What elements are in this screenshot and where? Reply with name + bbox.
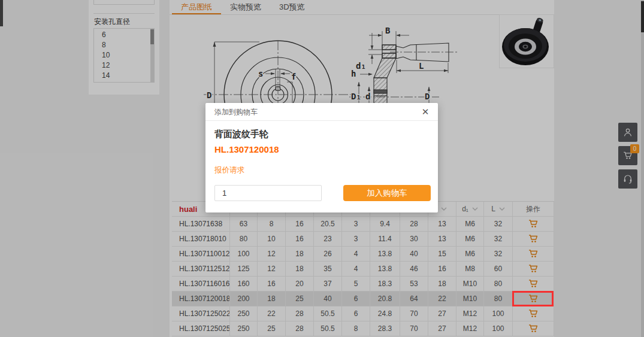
- quote-request-link[interactable]: 报价请求: [214, 165, 244, 175]
- close-icon: ✕: [422, 107, 430, 117]
- modal-header-title: 添加到购物车: [214, 108, 258, 116]
- quantity-row: 加入购物车: [214, 185, 429, 201]
- quantity-input[interactable]: [214, 185, 322, 201]
- add-to-cart-button[interactable]: 加入购物车: [343, 185, 431, 201]
- product-name: 背面波纹手轮: [214, 129, 429, 140]
- product-code: HL.1307120018: [214, 144, 429, 154]
- modal-body: 背面波纹手轮 HL.1307120018 报价请求 加入购物车: [205, 121, 438, 201]
- close-button[interactable]: ✕: [419, 103, 431, 121]
- add-to-cart-modal: 添加到购物车 ✕ 背面波纹手轮 HL.1307120018 报价请求 加入购物车: [205, 103, 438, 212]
- modal-header: 添加到购物车 ✕: [205, 103, 438, 121]
